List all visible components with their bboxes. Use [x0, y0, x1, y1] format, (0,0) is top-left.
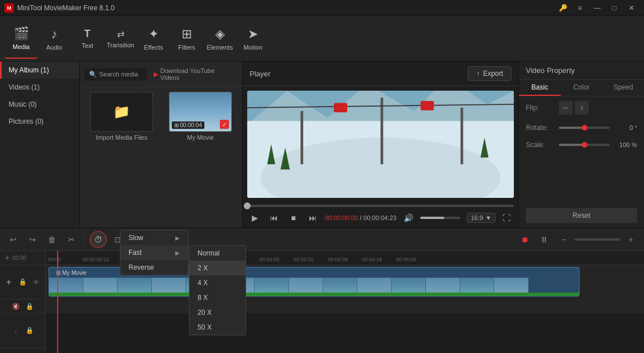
flip-horizontal-button[interactable]: ↔: [559, 101, 573, 115]
svg-rect-6: [461, 108, 464, 164]
video-lock-button[interactable]: 🔒: [17, 277, 29, 288]
aspect-ratio-select[interactable]: 16:9 ▼: [467, 213, 496, 223]
flip-icons: ↔ ↕: [559, 101, 589, 115]
close-button[interactable]: ✕: [623, 2, 639, 14]
effects-icon: ✦: [148, 27, 159, 42]
right-panel: Video Property Basic Color Speed Flip: ↔…: [518, 62, 644, 228]
tool-media[interactable]: 🎬 Media: [5, 19, 38, 59]
video-add-button[interactable]: +: [3, 277, 15, 288]
tab-color[interactable]: Color: [561, 80, 602, 96]
youtube-icon: ▶: [154, 71, 158, 78]
volume-fill: [420, 217, 444, 219]
cut-button[interactable]: ✂: [63, 231, 80, 248]
mymovie-label: My Movie: [187, 134, 214, 141]
svg-rect-9: [421, 101, 434, 110]
text-icon: T: [84, 28, 91, 40]
audio-mute-button[interactable]: 🔇: [10, 301, 22, 312]
record-button[interactable]: ⏺: [516, 231, 533, 248]
fullscreen-button[interactable]: ⛶: [499, 210, 514, 225]
titlebar-left: M MiniTool MovieMaker Free 8.1.0: [5, 3, 115, 13]
split-button[interactable]: ⏸: [536, 231, 553, 248]
aspect-ratio-value: 16:9: [471, 214, 483, 221]
speed-fast-label: Fast: [128, 249, 142, 257]
mymovie-thumb: ⊞ 00:00:04 ✓: [169, 92, 232, 132]
speed-fast-item[interactable]: Fast ▶ Normal 2 X 4 X 8 X 20 X 50 X: [120, 245, 188, 260]
clip-icon: ⊞: [174, 122, 179, 128]
menu-icon[interactable]: ≡: [572, 2, 588, 14]
speed-reverse-item[interactable]: Reverse: [120, 260, 188, 275]
fast-20x-item[interactable]: 20 X: [190, 305, 245, 320]
tool-audio[interactable]: ♪ Audio: [38, 19, 71, 59]
progress-bar[interactable]: [247, 205, 514, 207]
fast-submenu: Normal 2 X 4 X 8 X 20 X 50 X: [189, 245, 246, 335]
import-media-item[interactable]: 📁 Import Media Files: [84, 92, 159, 141]
fast-normal-item[interactable]: Normal: [190, 246, 245, 261]
add-track-icon[interactable]: +: [5, 253, 10, 263]
main-toolbar: 🎬 Media ♪ Audio T Text ⇄ Transition ✦ Ef…: [0, 16, 644, 62]
tool-elements[interactable]: ◈ Elements: [203, 19, 236, 59]
sidebar-item-music[interactable]: Music (0): [0, 96, 79, 113]
tool-filters-label: Filters: [178, 44, 195, 51]
sidebar-item-videos[interactable]: Videos (1): [0, 79, 79, 96]
tool-effects[interactable]: ✦ Effects: [137, 19, 170, 59]
fast-2x-item[interactable]: 2 X: [190, 261, 245, 275]
clip-duration-badge: ⊞ 00:00:04: [172, 121, 204, 129]
video-property-title: Video Property: [519, 62, 644, 80]
scale-slider[interactable]: [559, 144, 610, 146]
stop-button[interactable]: ■: [286, 210, 301, 225]
mymovie-media-item[interactable]: ⊞ 00:00:04 ✓ My Movie: [163, 92, 238, 141]
fast-chevron-icon: ▶: [175, 250, 180, 256]
sidebar-item-myalbum[interactable]: My Album (1): [0, 62, 79, 79]
timeline-body: + 00:00 + 🔒 👁 🔇 🔒 ♪ 🔒: [0, 251, 644, 353]
slow-chevron-icon: ▶: [175, 235, 180, 241]
reset-button[interactable]: Reset: [526, 208, 637, 223]
sidebar-item-pictures[interactable]: Pictures (0): [0, 113, 79, 130]
maximize-button[interactable]: □: [606, 2, 622, 14]
tab-speed[interactable]: Speed: [602, 80, 644, 96]
volume-slider[interactable]: [420, 217, 460, 219]
zoom-slider[interactable]: [574, 238, 620, 241]
fast-50x-item[interactable]: 50 X: [190, 320, 245, 335]
redo-button[interactable]: ↪: [24, 231, 41, 248]
ctrl-left: ▶ ⏮ ■ ⏭ 00:00:00:00 / 00:00:04:23 🔊: [247, 210, 460, 225]
audio-track: [46, 299, 644, 314]
rotate-slider[interactable]: [559, 127, 610, 129]
audio-lock-button[interactable]: 🔒: [24, 301, 35, 312]
scale-slider-handle[interactable]: [582, 142, 587, 148]
key-icon[interactable]: 🔑: [555, 2, 571, 14]
ruler-mark-6: 00:03:08: [259, 257, 293, 262]
export-button[interactable]: ↑ Export: [468, 66, 512, 81]
zoom-out-button[interactable]: −: [555, 231, 572, 248]
speed-button[interactable]: ⏱: [90, 231, 107, 248]
chevron-down-icon: ▼: [485, 214, 492, 221]
zoom-in-button[interactable]: +: [622, 231, 639, 248]
tab-basic[interactable]: Basic: [519, 80, 561, 96]
scale-slider-container: [559, 144, 610, 146]
speed-slow-item[interactable]: Slow ▶: [120, 230, 188, 245]
tool-motion[interactable]: ➤ Motion: [236, 19, 269, 59]
svg-rect-8: [334, 103, 347, 112]
video-mute-button[interactable]: 👁: [31, 277, 42, 288]
tool-text[interactable]: T Text: [71, 19, 104, 59]
audio2-lock-button[interactable]: 🔒: [24, 325, 35, 336]
prev-frame-button[interactable]: ⏮: [267, 210, 281, 225]
minimize-button[interactable]: —: [589, 2, 605, 14]
clip-check-icon: ✓: [220, 120, 229, 129]
tool-media-label: Media: [13, 43, 30, 50]
tool-transition[interactable]: ⇄ Transition: [104, 19, 137, 59]
delete-button[interactable]: 🗑: [43, 231, 61, 248]
play-button[interactable]: ▶: [247, 210, 262, 225]
tool-filters[interactable]: ⊞ Filters: [170, 19, 203, 59]
search-media-button[interactable]: 🔍 Search media: [84, 68, 147, 80]
fast-4x-item[interactable]: 4 X: [190, 275, 245, 290]
fast-8x-item[interactable]: 8 X: [190, 290, 245, 305]
progress-handle[interactable]: [244, 202, 251, 209]
rotate-slider-handle[interactable]: [582, 125, 587, 131]
undo-button[interactable]: ↩: [5, 231, 22, 248]
youtube-download-button[interactable]: ▶ Download YouTube Videos: [149, 65, 238, 83]
next-frame-button[interactable]: ⏭: [305, 210, 320, 225]
volume-icon[interactable]: 🔊: [401, 210, 416, 225]
flip-vertical-button[interactable]: ↕: [575, 101, 589, 115]
elements-icon: ◈: [215, 27, 225, 42]
audio2-mute-button[interactable]: ♪: [10, 325, 22, 336]
